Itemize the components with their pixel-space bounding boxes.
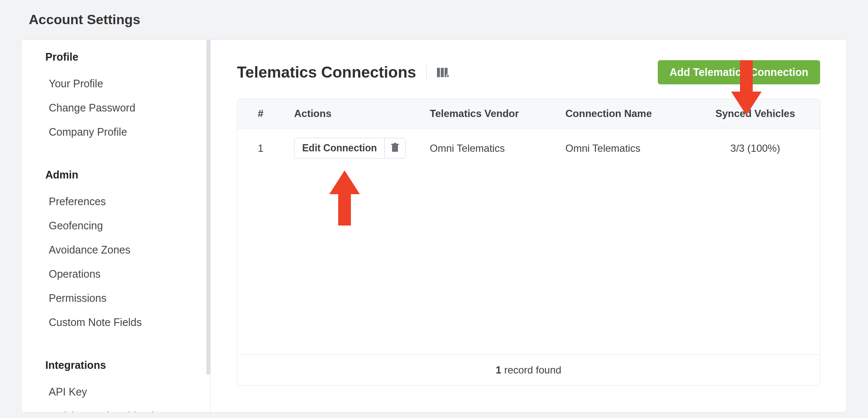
sidebar-item-api-key[interactable]: API Key — [45, 380, 200, 404]
page-title: Account Settings — [0, 0, 868, 39]
table-spacer-row — [237, 168, 820, 354]
table-row: 1 Edit Connection — [237, 128, 820, 168]
sidebar-scrollbar[interactable] — [206, 40, 210, 412]
cell-synced-vehicles: 3/3 (100%) — [691, 128, 820, 168]
main-header-left: Telematics Connections — [237, 64, 450, 81]
sidebar-scrollbar-thumb[interactable] — [206, 40, 210, 375]
record-found-text: record found — [501, 364, 561, 376]
svg-rect-5 — [392, 145, 398, 152]
sidebar-heading-admin: Admin — [45, 167, 200, 183]
trash-icon — [391, 143, 399, 153]
svg-rect-0 — [437, 68, 440, 77]
divider — [426, 65, 427, 80]
table-header-row: # Actions Telematics Vendor Connection N… — [237, 99, 820, 128]
sidebar-item-avoidance-zones[interactable]: Avoidance Zones — [45, 238, 200, 262]
sidebar-heading-profile: Profile — [45, 49, 200, 65]
svg-point-4 — [447, 75, 448, 76]
cell-number: 1 — [237, 128, 284, 168]
sidebar-item-permissions[interactable]: Permissions — [45, 286, 200, 310]
sidebar-heading-integrations: Integrations — [45, 357, 200, 373]
th-actions: Actions — [284, 99, 420, 128]
sidebar-item-preferences[interactable]: Preferences — [45, 189, 200, 214]
sidebar-group-profile: Profile Your Profile Change Password Com… — [45, 49, 200, 144]
edit-connection-button[interactable]: Edit Connection — [294, 138, 384, 159]
sidebar-item-change-password[interactable]: Change Password — [45, 96, 200, 120]
svg-rect-7 — [394, 143, 396, 144]
sidebar-group-admin: Admin Preferences Geofencing Avoidance Z… — [45, 167, 200, 334]
cell-vendor: Omni Telematics — [420, 128, 555, 168]
record-count: 1 — [496, 364, 501, 376]
sidebar-item-operations[interactable]: Operations — [45, 262, 200, 286]
sidebar-item-activity-feed-webhook[interactable]: Activity Feed Webhook — [45, 404, 200, 412]
main-content: Telematics Connections Add Telematics Co… — [211, 40, 846, 412]
connections-table-wrap: # Actions Telematics Vendor Connection N… — [237, 99, 820, 355]
sidebar-item-custom-note-fields[interactable]: Custom Note Fields — [45, 310, 200, 334]
sidebar-item-your-profile[interactable]: Your Profile — [45, 72, 200, 96]
th-number: # — [237, 99, 284, 128]
main-header: Telematics Connections Add Telematics Co… — [237, 60, 820, 84]
sidebar-item-geofencing[interactable]: Geofencing — [45, 214, 200, 238]
add-telematics-connection-button[interactable]: Add Telematics Connection — [658, 60, 820, 84]
settings-panel: Profile Your Profile Change Password Com… — [21, 39, 847, 412]
th-vendor: Telematics Vendor — [420, 99, 555, 128]
sidebar-item-company-profile[interactable]: Company Profile — [45, 120, 200, 144]
column-config-icon[interactable] — [437, 67, 450, 78]
th-connection-name: Connection Name — [555, 99, 691, 128]
svg-rect-1 — [441, 68, 444, 77]
connections-table: # Actions Telematics Vendor Connection N… — [237, 99, 820, 354]
main-title: Telematics Connections — [237, 64, 416, 81]
sidebar: Profile Your Profile Change Password Com… — [22, 40, 211, 412]
delete-connection-button[interactable] — [384, 138, 406, 159]
cell-connection-name: Omni Telematics — [555, 128, 691, 168]
th-synced-vehicles: Synced Vehicles — [691, 99, 820, 128]
cell-actions: Edit Connection — [284, 128, 420, 168]
table-footer: 1 record found — [237, 355, 820, 386]
sidebar-group-integrations: Integrations API Key Activity Feed Webho… — [45, 357, 200, 412]
